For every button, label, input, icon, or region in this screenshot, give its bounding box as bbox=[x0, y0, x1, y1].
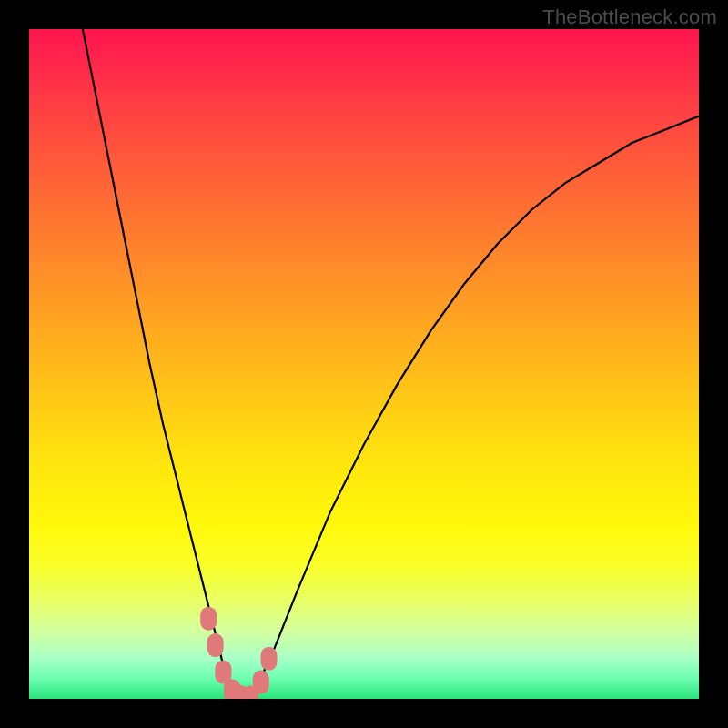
watermark-text: TheBottleneck.com bbox=[542, 5, 717, 29]
marker-group bbox=[200, 607, 277, 699]
highlight-marker bbox=[253, 671, 269, 694]
outer-black-frame: TheBottleneck.com bbox=[0, 0, 728, 728]
chart-svg bbox=[29, 29, 699, 699]
highlight-marker bbox=[200, 607, 217, 631]
highlight-marker bbox=[261, 647, 278, 671]
plot-area bbox=[29, 29, 699, 699]
highlight-marker bbox=[207, 633, 224, 657]
bottleneck-curve-path bbox=[83, 29, 699, 699]
